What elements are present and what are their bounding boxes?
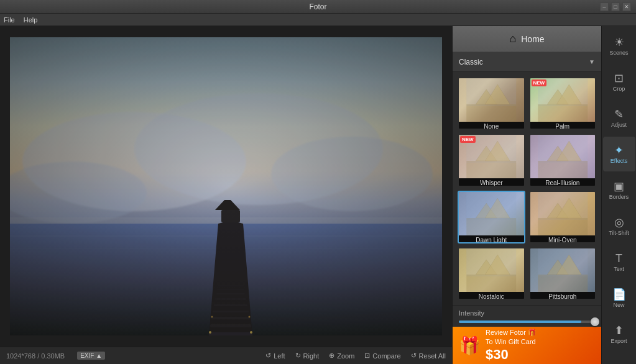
effect-item-palm[interactable]: NEW Palm	[529, 77, 597, 130]
status-bar: 1024*768 / 0.30MB EXIF ▲ ↺ Left ↻ Right …	[0, 347, 452, 364]
effect-item-mini-oven[interactable]: Mini-Oven	[529, 191, 597, 243]
rotate-right-label: Right	[303, 352, 320, 360]
effect-label-real-illusion: Real-Illusion	[530, 178, 596, 186]
reset-all-action[interactable]: ↺ Reset All	[411, 352, 446, 360]
reset-label: Reset All	[419, 352, 446, 360]
title-bar: Fotor – □ ✕	[0, 0, 636, 14]
intensity-slider[interactable]	[459, 321, 595, 323]
maximize-button[interactable]: □	[611, 2, 620, 11]
new-label: New	[613, 302, 624, 308]
promo-line1: Review Fotor 🎁	[486, 328, 537, 337]
sidebar-icon-crop[interactable]: ⊡ Crop	[603, 65, 635, 99]
svg-rect-33	[466, 78, 516, 122]
svg-rect-63	[538, 192, 588, 235]
crop-icon: ⊡	[614, 73, 624, 84]
intensity-section: Intensity	[453, 305, 601, 327]
right-panel: ⌂ Home Classic ▼	[452, 26, 601, 364]
menu-help[interactable]: Help	[24, 16, 38, 24]
effect-label-none: None	[459, 122, 524, 130]
intensity-slider-fill	[459, 321, 581, 323]
canvas-wrapper	[0, 26, 452, 347]
rotate-left-label: Left	[274, 352, 285, 360]
effects-label: Effects	[611, 158, 627, 164]
tilt-shift-label: Tilt-Shift	[609, 230, 629, 236]
scenes-icon: ☀	[614, 37, 624, 48]
zoom-icon: ⊕	[329, 352, 334, 360]
sidebar-icon-adjust[interactable]: ✎ Adjust	[603, 101, 635, 135]
effect-item-pittsburgh[interactable]: Pittsburgh	[529, 247, 597, 300]
title-bar-controls: – □ ✕	[600, 2, 631, 11]
effect-label-pittsburgh: Pittsburgh	[530, 292, 596, 300]
effect-item-real-illusion[interactable]: Real-Illusion	[529, 134, 597, 186]
effect-label-whisper: Whisper	[459, 178, 524, 186]
sidebar-icon-tilt-shift[interactable]: ◎ Tilt-Shift	[603, 209, 635, 243]
export-icon: ⬆	[614, 325, 624, 336]
text-label: Text	[614, 266, 624, 272]
adjust-label: Adjust	[611, 122, 627, 128]
right-container: ⌂ Home Classic ▼	[452, 26, 636, 364]
effect-item-whisper[interactable]: NEW Whisper	[458, 134, 525, 186]
canvas-area: 1024*768 / 0.30MB EXIF ▲ ↺ Left ↻ Right …	[0, 26, 452, 364]
sidebar-icon-new[interactable]: 📄 New	[603, 281, 635, 316]
main-content: 1024*768 / 0.30MB EXIF ▲ ↺ Left ↻ Right …	[0, 26, 636, 364]
intensity-slider-thumb[interactable]	[591, 317, 599, 326]
compare-label: Compare	[372, 352, 400, 360]
svg-rect-51	[538, 135, 588, 178]
rotate-left-icon: ↺	[265, 352, 271, 360]
rotate-left-action[interactable]: ↺ Left	[265, 352, 285, 360]
classic-dropdown[interactable]: Classic ▼	[453, 52, 601, 72]
sidebar-icon-export[interactable]: ⬆ Export	[603, 317, 635, 352]
sidebar-icons: ☀ Scenes ⊡ Crop ✎ Adjust ✦ Effects ▣ Bor…	[601, 26, 636, 364]
status-actions: ↺ Left ↻ Right ⊕ Zoom ⊡ Compare ↺ Rese	[265, 352, 446, 360]
effect-item-nostalgic[interactable]: Nostalgic	[458, 247, 525, 300]
effect-item-dawn-light[interactable]: Dawn Light	[458, 191, 525, 243]
title-bar-title: Fotor	[309, 2, 326, 11]
borders-label: Borders	[609, 194, 629, 200]
svg-rect-27	[10, 37, 442, 335]
promo-icon: 🎁	[459, 335, 481, 356]
effect-badge-palm: NEW	[532, 80, 547, 86]
home-icon: ⌂	[509, 32, 516, 45]
effects-icon: ✦	[614, 145, 624, 156]
new-icon: 📄	[612, 289, 626, 300]
promo-amount: $30	[486, 347, 537, 363]
borders-icon: ▣	[614, 181, 624, 192]
intensity-label: Intensity	[459, 309, 595, 317]
effects-panel: Classic ▼ None	[453, 52, 601, 364]
image-info: 1024*768 / 0.30MB	[6, 352, 65, 360]
sidebar-icon-effects[interactable]: ✦ Effects	[603, 137, 635, 171]
compare-icon: ⊡	[364, 352, 370, 360]
svg-rect-75	[538, 248, 588, 292]
tilt-shift-icon: ◎	[614, 217, 624, 228]
promo-banner[interactable]: 🎁 Review Fotor 🎁 To Win Gift Card $30	[453, 327, 601, 364]
close-button[interactable]: ✕	[622, 2, 631, 11]
minimize-button[interactable]: –	[600, 2, 609, 11]
svg-rect-57	[466, 192, 516, 235]
rotate-right-action[interactable]: ↻ Right	[295, 352, 320, 360]
promo-text-block: Review Fotor 🎁 To Win Gift Card $30	[486, 328, 537, 363]
menu-file[interactable]: File	[4, 16, 15, 24]
exif-badge[interactable]: EXIF ▲	[77, 352, 105, 360]
menu-bar: File Help	[0, 14, 636, 26]
home-button[interactable]: ⌂ Home	[453, 26, 601, 52]
main-image	[10, 37, 442, 335]
effect-label-palm: Palm	[530, 122, 596, 130]
effects-grid: None NEW Palm	[453, 72, 601, 305]
effect-label-mini-oven: Mini-Oven	[530, 235, 596, 243]
scenes-label: Scenes	[609, 50, 628, 56]
effect-badge-whisper: NEW	[460, 136, 476, 143]
compare-action[interactable]: ⊡ Compare	[364, 352, 400, 360]
sidebar-icon-scenes[interactable]: ☀ Scenes	[603, 29, 635, 63]
zoom-label: Zoom	[337, 352, 354, 360]
svg-rect-69	[466, 248, 516, 292]
sidebar-icon-borders[interactable]: ▣ Borders	[603, 173, 635, 207]
effect-item-none[interactable]: None	[458, 77, 525, 130]
effect-label-nostalgic: Nostalgic	[459, 292, 524, 300]
dropdown-arrow-icon: ▼	[589, 58, 595, 65]
promo-line2: To Win Gift Card	[486, 337, 537, 347]
adjust-icon: ✎	[614, 109, 624, 120]
zoom-action[interactable]: ⊕ Zoom	[329, 352, 354, 360]
crop-label: Crop	[613, 86, 625, 92]
sidebar-icon-text[interactable]: T Text	[603, 245, 635, 280]
export-label: Export	[611, 338, 627, 344]
